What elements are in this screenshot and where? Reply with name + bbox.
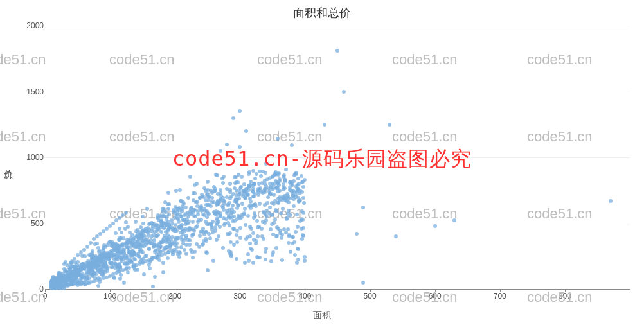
data-point: [168, 246, 172, 250]
data-point: [57, 279, 60, 283]
data-point: [95, 242, 99, 245]
data-point: [276, 189, 280, 193]
data-point: [226, 204, 230, 207]
data-point: [238, 226, 242, 230]
data-point: [220, 177, 224, 180]
data-point: [283, 186, 287, 190]
data-point: [246, 193, 249, 197]
data-point: [303, 259, 307, 263]
data-point: [242, 189, 246, 193]
data-point: [260, 181, 264, 185]
y-tick-label: 500: [31, 219, 44, 228]
data-point: [221, 246, 225, 250]
data-point: [98, 270, 102, 274]
watermark: code51.cn: [257, 289, 323, 306]
data-point: [182, 202, 186, 206]
data-point: [221, 181, 225, 185]
data-point: [273, 199, 277, 203]
data-point: [251, 231, 255, 235]
data-point: [164, 247, 168, 250]
data-point: [276, 227, 280, 231]
scatter-chart: 面积和总价 总价 面积 0500100015002000010020030040…: [0, 0, 644, 325]
data-point: [166, 250, 170, 254]
data-point: [79, 274, 83, 278]
data-point: [64, 260, 67, 264]
data-point: [253, 177, 257, 180]
data-point: [269, 259, 273, 263]
data-point: [143, 254, 147, 258]
data-point: [166, 202, 170, 206]
data-point: [52, 283, 56, 286]
data-point: [262, 237, 265, 241]
x-tick-label: 300: [233, 292, 246, 301]
data-point: [211, 220, 215, 224]
data-point: [132, 251, 136, 255]
data-point: [208, 236, 212, 240]
grid-line: [45, 92, 630, 92]
data-point: [609, 199, 613, 203]
data-point: [252, 238, 256, 242]
data-point: [105, 266, 109, 270]
data-point: [102, 243, 106, 247]
data-point: [246, 214, 250, 218]
data-point: [269, 213, 273, 217]
data-point: [229, 240, 233, 244]
data-point: [159, 215, 163, 218]
data-point: [76, 260, 80, 264]
data-point: [184, 206, 188, 209]
data-point: [301, 233, 305, 237]
data-point: [287, 233, 291, 237]
data-point: [141, 260, 145, 264]
x-tick-label: 100: [103, 292, 116, 301]
data-point: [176, 252, 180, 256]
data-point: [228, 224, 231, 227]
data-point: [288, 180, 292, 184]
x-tick-mark: [110, 289, 111, 292]
data-point: [97, 250, 101, 254]
x-tick-mark: [500, 289, 501, 292]
data-point: [335, 49, 339, 53]
data-point: [159, 230, 163, 234]
data-point: [161, 261, 165, 265]
data-point: [156, 216, 159, 220]
data-point: [300, 174, 303, 178]
x-tick-label: 800: [559, 292, 571, 301]
data-point: [239, 185, 243, 189]
data-point: [204, 230, 208, 234]
data-point: [82, 248, 86, 252]
data-point: [142, 272, 146, 276]
data-point: [112, 276, 116, 280]
data-point: [301, 185, 305, 189]
data-point: [268, 206, 272, 209]
data-point: [394, 234, 398, 238]
data-point: [186, 196, 190, 200]
x-tick-mark: [305, 289, 305, 292]
data-point: [93, 262, 96, 266]
x-tick-label: 200: [168, 292, 181, 301]
data-point: [234, 200, 238, 204]
data-point: [157, 258, 161, 262]
data-point: [247, 185, 251, 189]
data-point: [238, 216, 242, 220]
data-point: [274, 186, 278, 189]
data-point: [292, 204, 296, 208]
data-point: [64, 282, 67, 286]
y-tick-label: 2000: [26, 21, 44, 30]
data-point: [235, 257, 238, 261]
data-point: [243, 261, 247, 265]
data-point: [134, 229, 138, 233]
x-tick-label: 0: [43, 292, 48, 301]
data-point: [224, 217, 228, 221]
data-point: [229, 195, 233, 198]
data-point: [125, 257, 129, 261]
data-point: [242, 192, 246, 196]
data-point: [126, 270, 130, 274]
data-point: [193, 250, 197, 254]
data-point: [84, 283, 87, 286]
grid-line: [45, 157, 630, 158]
x-tick-mark: [175, 289, 175, 292]
x-tick-label: 700: [494, 292, 506, 301]
data-point: [103, 251, 107, 255]
data-point: [147, 230, 150, 234]
data-point: [235, 233, 238, 237]
